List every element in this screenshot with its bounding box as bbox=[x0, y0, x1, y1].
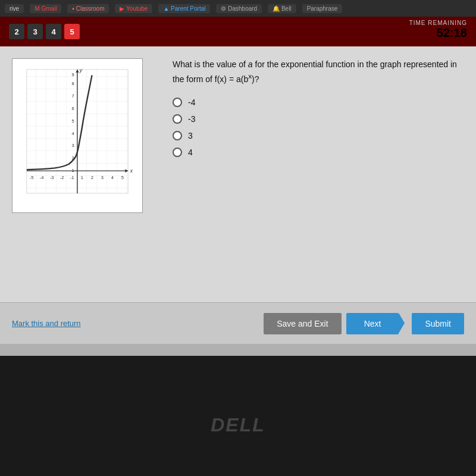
svg-text:4: 4 bbox=[72, 131, 74, 136]
dark-divider bbox=[0, 356, 476, 374]
option-neg3-label: -3 bbox=[188, 114, 195, 124]
option-4-label: 4 bbox=[188, 148, 193, 157]
svg-text:3: 3 bbox=[101, 175, 104, 180]
radio-3[interactable] bbox=[173, 131, 182, 140]
svg-text:-3: -3 bbox=[50, 175, 54, 180]
option-neg4[interactable]: -4 bbox=[173, 98, 464, 107]
action-buttons: Save and Exit Next Submit bbox=[264, 313, 464, 334]
svg-text:4: 4 bbox=[111, 175, 114, 180]
tab-paraphrase[interactable]: Paraphrase bbox=[302, 4, 343, 13]
radio-4[interactable] bbox=[173, 148, 182, 157]
question-num-4[interactable]: 4 bbox=[46, 24, 61, 39]
tab-rive[interactable]: rive bbox=[5, 4, 24, 13]
time-label: TIME REMAINING bbox=[409, 20, 467, 26]
graph-section: -5 -4 -3 -2 -1 1 2 3 4 5 x 1 2 3 4 5 bbox=[12, 58, 155, 290]
question-num-2[interactable]: 2 bbox=[9, 24, 24, 39]
svg-text:1: 1 bbox=[81, 175, 83, 180]
graph-container: -5 -4 -3 -2 -1 1 2 3 4 5 x 1 2 3 4 5 bbox=[12, 58, 143, 213]
dell-section: DELL bbox=[0, 374, 476, 476]
time-value: 52:18 bbox=[409, 26, 467, 40]
tab-portal[interactable]: ▲ Parent Portal bbox=[158, 4, 210, 13]
svg-text:-4: -4 bbox=[40, 175, 44, 180]
svg-text:3: 3 bbox=[72, 143, 74, 148]
exam-wrapper: 2 3 4 5 TIME REMAINING 52:18 bbox=[0, 17, 476, 356]
svg-text:8: 8 bbox=[72, 81, 74, 86]
bottom-bar: Mark this and return Save and Exit Next … bbox=[0, 302, 476, 344]
svg-text:5: 5 bbox=[72, 118, 74, 124]
options-list: -4 -3 3 4 bbox=[173, 98, 464, 157]
svg-text:9: 9 bbox=[72, 72, 74, 77]
top-bar: 2 3 4 5 TIME REMAINING 52:18 bbox=[0, 17, 476, 46]
option-3-label: 3 bbox=[188, 131, 193, 140]
graph-svg: -5 -4 -3 -2 -1 1 2 3 4 5 x 1 2 3 4 5 bbox=[15, 62, 139, 209]
svg-text:-2: -2 bbox=[60, 175, 64, 180]
svg-text:-5: -5 bbox=[30, 175, 34, 180]
svg-text:6: 6 bbox=[72, 106, 74, 111]
svg-text:-1: -1 bbox=[70, 175, 74, 180]
svg-text:5: 5 bbox=[121, 175, 124, 180]
radio-neg3[interactable] bbox=[173, 114, 182, 124]
radio-neg4[interactable] bbox=[173, 98, 182, 107]
next-button[interactable]: Next bbox=[346, 313, 399, 334]
content-area: -5 -4 -3 -2 -1 1 2 3 4 5 x 1 2 3 4 5 bbox=[0, 46, 476, 302]
svg-text:1: 1 bbox=[72, 168, 74, 173]
option-neg4-label: -4 bbox=[188, 98, 195, 107]
svg-text:x: x bbox=[130, 168, 133, 174]
submit-button[interactable]: Submit bbox=[412, 313, 464, 334]
option-4[interactable]: 4 bbox=[173, 148, 464, 157]
svg-text:2: 2 bbox=[91, 175, 93, 180]
tab-gmail[interactable]: M Gmail bbox=[30, 4, 61, 13]
question-num-5[interactable]: 5 bbox=[64, 24, 80, 39]
question-num-3[interactable]: 3 bbox=[27, 24, 43, 39]
question-text: What is the value of a for the exponenti… bbox=[173, 58, 464, 86]
tab-classroom[interactable]: ▪ Classroom bbox=[67, 4, 109, 13]
tab-dashboard[interactable]: ⚙ Dashboard bbox=[216, 4, 262, 13]
save-exit-button[interactable]: Save and Exit bbox=[264, 313, 341, 334]
dell-logo: DELL bbox=[211, 414, 265, 436]
tab-youtube[interactable]: ▶ Youtube bbox=[115, 4, 152, 13]
option-3[interactable]: 3 bbox=[173, 131, 464, 140]
mark-return-link[interactable]: Mark this and return bbox=[12, 319, 81, 328]
option-neg3[interactable]: -3 bbox=[173, 114, 464, 124]
svg-text:7: 7 bbox=[72, 93, 74, 99]
question-section: What is the value of a for the exponenti… bbox=[167, 58, 464, 290]
svg-text:y: y bbox=[79, 67, 83, 73]
browser-bar: rive M Gmail ▪ Classroom ▶ Youtube ▲ Par… bbox=[0, 0, 476, 17]
tab-bell[interactable]: 🔔 Bell bbox=[268, 4, 296, 13]
question-numbers: 2 3 4 5 bbox=[9, 24, 80, 39]
